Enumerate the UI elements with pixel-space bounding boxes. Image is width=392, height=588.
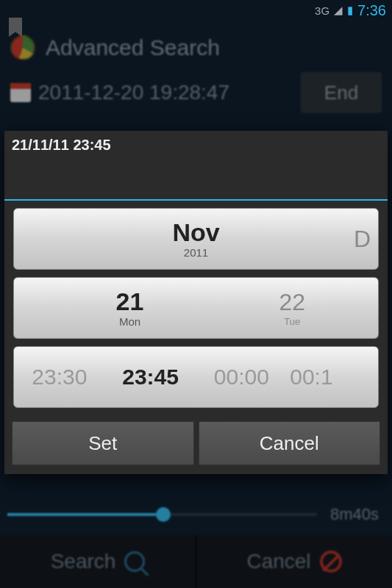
cancel-button[interactable]: Cancel xyxy=(196,535,392,588)
pie-chart-icon xyxy=(10,35,35,60)
signal-icon: ◢ xyxy=(334,4,343,17)
day-next: 22 xyxy=(279,289,305,316)
bottom-bar: Search Cancel xyxy=(0,535,392,588)
seek-fill xyxy=(7,513,156,516)
page-title: Advanced Search xyxy=(46,35,220,60)
month-current: Nov xyxy=(172,220,219,245)
app-background: Advanced Search 2011-12-20 19:28:47 End xyxy=(0,21,392,113)
datetime-dialog: 21/11/11 23:45 Nov 2011 D 21 Mon 22 Tue xyxy=(4,131,388,474)
prohibit-icon xyxy=(320,551,342,573)
date-row: 2011-12-20 19:28:47 End xyxy=(0,72,392,113)
time-prev: 23:30 xyxy=(14,365,105,390)
day-next-label: Tue xyxy=(284,316,300,327)
time-current: 23:45 xyxy=(105,365,196,390)
search-icon xyxy=(124,551,145,572)
calendar-icon xyxy=(10,83,31,102)
cancel-label: Cancel xyxy=(246,550,310,573)
day-current-label: Mon xyxy=(119,315,140,328)
battery-icon: ▮ xyxy=(347,4,353,17)
day-current: 21 xyxy=(116,289,144,314)
time-next: 00:00 xyxy=(196,365,288,390)
dialog-cancel-button[interactable]: Cancel xyxy=(199,421,381,465)
date-value: 2011-12-20 19:28:47 xyxy=(38,81,293,104)
dialog-header-area xyxy=(4,155,388,201)
network-indicator: 3G xyxy=(315,4,329,17)
status-bar: 3G ◢ ▮ 7:36 xyxy=(0,0,392,21)
day-picker[interactable]: 21 Mon 22 Tue xyxy=(13,277,379,339)
app-header: Advanced Search xyxy=(0,21,392,72)
month-next: D xyxy=(354,226,371,253)
time-next2: 00:1 xyxy=(287,365,352,390)
clock: 7:36 xyxy=(357,2,386,19)
search-label: Search xyxy=(51,550,116,573)
seek-track[interactable] xyxy=(7,513,317,516)
month-year: 2011 xyxy=(184,246,208,259)
search-button[interactable]: Search xyxy=(0,535,196,588)
month-picker[interactable]: Nov 2011 D xyxy=(13,208,379,270)
time-picker[interactable]: 23:30 23:45 00:00 00:1 xyxy=(13,346,379,408)
duration-bar: 8m40s xyxy=(0,500,392,529)
seek-thumb[interactable] xyxy=(156,507,171,522)
duration-value: 8m40s xyxy=(317,505,392,524)
dialog-title: 21/11/11 23:45 xyxy=(4,131,388,155)
end-button[interactable]: End xyxy=(301,72,382,113)
set-button[interactable]: Set xyxy=(12,421,194,465)
